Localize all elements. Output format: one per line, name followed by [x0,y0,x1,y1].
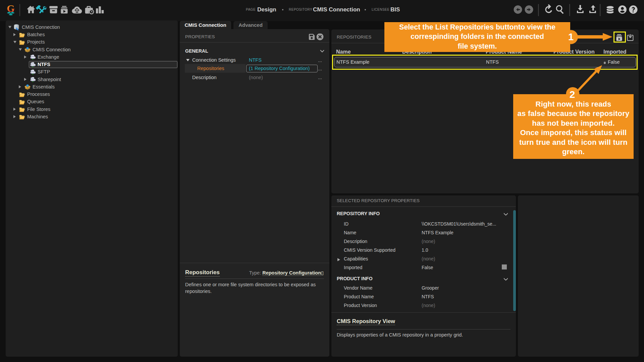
svg-text:G: G [7,3,14,14]
